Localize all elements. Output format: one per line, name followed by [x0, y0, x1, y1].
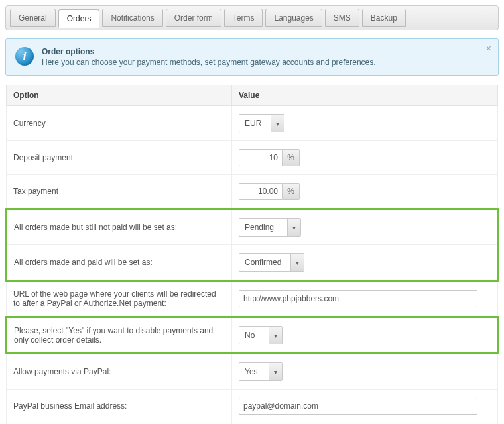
paypal-email-input[interactable]	[239, 398, 477, 415]
percent-suffix: %	[283, 183, 300, 200]
chevron-down-icon: ▾	[290, 254, 304, 271]
row-deposit: Deposit payment %	[7, 141, 498, 175]
deposit-input[interactable]	[239, 149, 283, 166]
label-allow-paypal: Allow payments via PayPal:	[7, 354, 232, 390]
tab-backup[interactable]: Backup	[362, 9, 406, 27]
allow-paypal-select[interactable]: Yes ▾	[239, 362, 283, 381]
close-icon[interactable]: ×	[486, 43, 491, 54]
label-currency: Currency	[7, 106, 232, 141]
options-table: Option Value Currency EUR ▾ Deposit paym…	[5, 85, 499, 424]
label-status-unpaid: All orders made but still not paid will …	[7, 209, 232, 245]
status-unpaid-select[interactable]: Pending ▾	[239, 218, 301, 237]
tab-order-form[interactable]: Order form	[166, 9, 221, 27]
row-status-paid: All orders made and paid will be set as:…	[7, 245, 498, 281]
redirect-url-input[interactable]	[239, 290, 477, 307]
row-currency: Currency EUR ▾	[7, 106, 498, 141]
info-title: Order options	[42, 47, 376, 56]
settings-tabbar: General Orders Notifications Order form …	[5, 5, 499, 30]
row-paypal-email: PayPal business Email address:	[7, 390, 498, 423]
chevron-down-icon: ▾	[271, 115, 284, 132]
percent-suffix: %	[283, 149, 300, 166]
chevron-down-icon: ▾	[287, 219, 300, 236]
label-tax: Tax payment	[7, 175, 232, 209]
status-paid-select[interactable]: Confirmed ▾	[239, 253, 304, 272]
tab-notifications[interactable]: Notifications	[102, 9, 162, 27]
row-redirect-url: URL of the web page where your clients w…	[7, 281, 498, 317]
row-allow-paypal: Allow payments via PayPal: Yes ▾	[7, 354, 498, 390]
chevron-down-icon: ▾	[269, 327, 282, 344]
tab-languages[interactable]: Languages	[265, 9, 322, 27]
tab-terms[interactable]: Terms	[224, 9, 263, 27]
info-panel: i Order options Here you can choose your…	[5, 38, 499, 76]
col-option: Option	[7, 85, 232, 106]
info-body: Here you can choose your payment methods…	[42, 58, 376, 67]
row-tax: Tax payment %	[7, 175, 498, 209]
label-disable-payments: Please, select "Yes" if you want to disa…	[7, 317, 232, 354]
row-disable-payments: Please, select "Yes" if you want to disa…	[7, 317, 498, 354]
label-paypal-email: PayPal business Email address:	[7, 390, 232, 423]
row-status-unpaid: All orders made but still not paid will …	[7, 209, 498, 245]
info-icon: i	[15, 47, 34, 66]
tab-general[interactable]: General	[10, 9, 56, 27]
chevron-down-icon: ▾	[269, 363, 282, 380]
col-value: Value	[232, 85, 498, 106]
tax-input[interactable]	[239, 183, 283, 200]
label-redirect-url: URL of the web page where your clients w…	[7, 281, 232, 317]
currency-select[interactable]: EUR ▾	[239, 114, 284, 132]
label-status-paid: All orders made and paid will be set as:	[7, 245, 232, 281]
tab-orders[interactable]: Orders	[58, 9, 100, 28]
disable-payments-select[interactable]: No ▾	[239, 326, 283, 344]
label-deposit: Deposit payment	[7, 141, 232, 175]
tab-sms[interactable]: SMS	[325, 9, 359, 27]
